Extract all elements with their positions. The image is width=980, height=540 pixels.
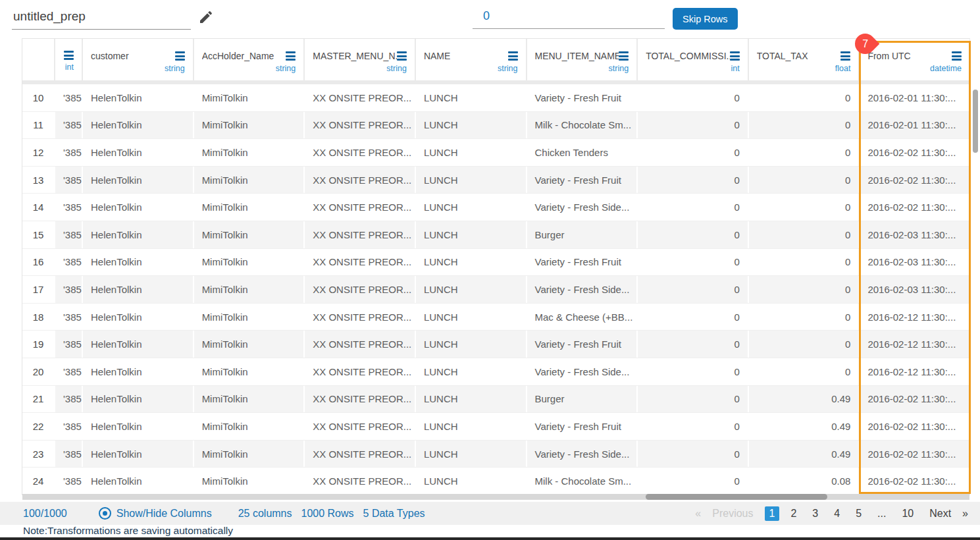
row-number: 10 <box>22 84 54 111</box>
column-header-MENU_ITEM_NAME[interactable]: MENU_ITEM_NAMEstring <box>527 39 637 80</box>
table-cell: LUNCH <box>416 331 526 358</box>
table-cell: XX ONSITE PREOR... <box>305 413 415 440</box>
table-cell: HelenTolkin <box>83 249 193 276</box>
table-cell: HelenTolkin <box>83 386 193 413</box>
table-cell: XX ONSITE PREOR... <box>305 331 415 358</box>
table-cell: '385 <box>55 139 82 166</box>
column-header-top: From UTC <box>867 51 962 61</box>
table-cell: MimiTolkin <box>194 358 304 385</box>
table-cell: 2016-02-02 11:30:... <box>860 139 969 166</box>
table-cell: Variety - Fresh Side... <box>527 276 637 303</box>
table-cell: HelenTolkin <box>83 84 193 111</box>
table-row: 13'385HelenTolkinMimiTolkinXX ONSITE PRE… <box>22 167 969 194</box>
page-button-4[interactable]: 4 <box>829 506 844 521</box>
table-cell: 0.49 <box>749 386 859 413</box>
previous-page-button[interactable]: Previous <box>708 506 758 521</box>
table-cell: HelenTolkin <box>83 139 193 166</box>
table-cell: '385 <box>55 468 82 495</box>
table-row: 17'385HelenTolkinMimiTolkinXX ONSITE PRE… <box>22 276 969 304</box>
dataset-summary: 25 columns 1000 Rows 5 Data Types <box>238 508 425 520</box>
table-cell: LUNCH <box>416 413 526 440</box>
show-hide-columns-button[interactable]: Show/Hide Columns <box>99 507 212 520</box>
previous-page-arrow[interactable]: « <box>695 508 701 520</box>
column-menu-icon[interactable] <box>175 51 185 61</box>
column-header-top: NAME <box>424 51 518 61</box>
table-cell: 0 <box>638 468 748 495</box>
autosave-note: Note:Transformations are saving automati… <box>23 525 233 537</box>
table-cell: XX ONSITE PREOR... <box>305 386 415 413</box>
table-cell: Mac & Cheese (+BB... <box>527 304 637 331</box>
column-type-label: datetime <box>867 64 962 73</box>
column-menu-icon[interactable] <box>397 51 407 61</box>
column-menu-icon[interactable] <box>619 51 629 61</box>
row-number: 18 <box>22 304 54 331</box>
table-cell: LUNCH <box>416 112 526 139</box>
table-cell: XX ONSITE PREOR... <box>305 468 415 495</box>
table-cell: XX ONSITE PREOR... <box>305 441 415 468</box>
page-button-3[interactable]: 3 <box>808 506 823 521</box>
column-menu-icon[interactable] <box>952 51 962 61</box>
table-cell: 2016-02-03 11:30:... <box>860 249 969 276</box>
table-cell: Burger <box>527 386 637 413</box>
table-cell: 0 <box>749 221 859 248</box>
table-cell: XX ONSITE PREOR... <box>305 221 415 248</box>
page-button-2[interactable]: 2 <box>786 506 801 521</box>
table-row: 11'385HelenTolkinMimiTolkinXX ONSITE PRE… <box>22 112 969 140</box>
table-cell: Chicken Tenders <box>527 139 637 166</box>
table-cell: '385 <box>55 221 82 248</box>
column-menu-icon[interactable] <box>64 51 74 60</box>
column-header-TOTAL_COMMISSI...[interactable]: TOTAL_COMMISSI...int <box>638 39 748 80</box>
next-page-arrow[interactable]: » <box>962 508 968 520</box>
column-menu-icon[interactable] <box>508 51 518 61</box>
table-cell: LUNCH <box>416 304 526 331</box>
table-cell: XX ONSITE PREOR... <box>305 276 415 303</box>
skip-rows-input[interactable] <box>473 8 665 29</box>
column-header-MASTER_MENU_N...[interactable]: MASTER_MENU_N...string <box>305 39 415 80</box>
rows-count: 1000 Rows <box>301 508 354 520</box>
column-header-NAME[interactable]: NAMEstring <box>416 39 526 80</box>
table-row: 12'385HelenTolkinMimiTolkinXX ONSITE PRE… <box>22 139 969 167</box>
column-menu-icon[interactable] <box>840 51 850 61</box>
table-cell: HelenTolkin <box>83 358 193 385</box>
table-cell: XX ONSITE PREOR... <box>305 167 415 194</box>
table-cell: 0 <box>638 221 748 248</box>
table-cell: '385 <box>55 249 82 276</box>
table-cell: '385 <box>55 413 82 440</box>
table-row: 22'385HelenTolkinMimiTolkinXX ONSITE PRE… <box>22 413 969 441</box>
prep-title-input[interactable] <box>12 8 191 30</box>
vertical-scrollbar-thumb[interactable] <box>973 90 978 153</box>
row-number: 17 <box>22 276 54 303</box>
table-cell: HelenTolkin <box>83 441 193 468</box>
column-header-customer[interactable]: customerstring <box>83 39 193 80</box>
horizontal-scrollbar-thumb[interactable] <box>646 494 827 500</box>
table-cell: XX ONSITE PREOR... <box>305 84 415 111</box>
skip-rows-button[interactable]: Skip Rows <box>673 8 738 30</box>
table-cell: 0 <box>638 84 748 111</box>
table-cell: XX ONSITE PREOR... <box>305 112 415 139</box>
column-type-label: string <box>202 64 296 73</box>
table-cell: Burger <box>527 221 637 248</box>
column-header-TOTAL_TAX[interactable]: TOTAL_TAXfloat <box>749 39 859 80</box>
table-cell: Variety - Fresh Fruit <box>527 249 637 276</box>
page-button-1[interactable]: 1 <box>765 506 780 521</box>
table-cell: HelenTolkin <box>83 167 193 194</box>
horizontal-scrollbar[interactable] <box>22 494 969 500</box>
page-button-10[interactable]: 10 <box>897 506 918 521</box>
page-button-5[interactable]: 5 <box>851 506 866 521</box>
table-cell: MimiTolkin <box>194 413 304 440</box>
next-page-button[interactable]: Next <box>925 506 956 521</box>
column-menu-icon[interactable] <box>286 51 296 61</box>
column-name: MENU_ITEM_NAME <box>535 51 619 61</box>
table-cell: 0.08 <box>749 468 859 495</box>
row-number: 11 <box>22 112 54 139</box>
table-cell: 0 <box>638 304 748 331</box>
table-cell: 0 <box>749 276 859 303</box>
page-ellipsis: ... <box>873 506 890 521</box>
column-menu-icon[interactable] <box>730 51 740 61</box>
table-cell: LUNCH <box>416 468 526 495</box>
table-cell: 0.49 <box>749 413 859 440</box>
edit-title-button[interactable] <box>197 9 215 26</box>
column-header-unnamed[interactable]: int <box>55 39 82 80</box>
column-header-AccHolder_Name[interactable]: AccHolder_Namestring <box>194 39 304 80</box>
column-header-top: TOTAL_COMMISSI... <box>646 51 740 61</box>
